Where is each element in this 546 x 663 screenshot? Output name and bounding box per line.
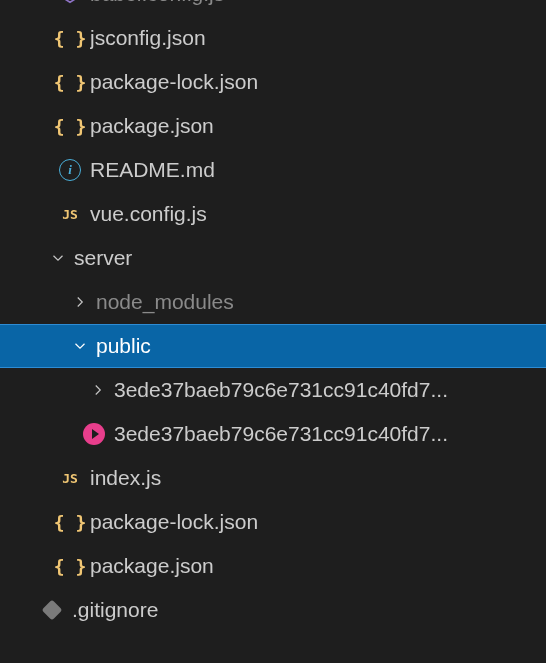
- tree-item[interactable]: i README.md: [0, 148, 546, 192]
- tree-item-label: 3ede37baeb79c6e731cc91c40fd7...: [114, 422, 448, 446]
- tree-folder[interactable]: node_modules: [0, 280, 546, 324]
- tree-item-label: node_modules: [96, 290, 234, 314]
- js-icon: JS: [56, 200, 84, 228]
- tree-item-label: public: [96, 334, 151, 358]
- tree-item[interactable]: 3ede37baeb79c6e731cc91c40fd7...: [0, 412, 546, 456]
- tree-item[interactable]: { } package.json: [0, 104, 546, 148]
- chevron-right-icon: [70, 292, 90, 312]
- chevron-down-icon: [70, 336, 90, 356]
- tree-item-label: .gitignore: [72, 598, 158, 622]
- tree-item-label: package-lock.json: [90, 510, 258, 534]
- tree-folder[interactable]: server: [0, 236, 546, 280]
- tree-item[interactable]: { } package-lock.json: [0, 500, 546, 544]
- play-icon: [80, 420, 108, 448]
- file-explorer-tree: babel.config.js { } jsconfig.json { } pa…: [0, 0, 546, 632]
- tree-folder[interactable]: 3ede37baeb79c6e731cc91c40fd7...: [0, 368, 546, 412]
- json-braces-icon: { }: [56, 112, 84, 140]
- tree-item-label: package-lock.json: [90, 70, 258, 94]
- tree-item[interactable]: babel.config.js: [0, 0, 546, 16]
- tree-item-label: vue.config.js: [90, 202, 207, 226]
- info-icon: i: [56, 156, 84, 184]
- tree-item[interactable]: .gitignore: [0, 588, 546, 632]
- tree-item-label: babel.config.js: [90, 0, 224, 6]
- tree-item[interactable]: { } package.json: [0, 544, 546, 588]
- tree-item-label: jsconfig.json: [90, 26, 206, 50]
- tree-item-label: package.json: [90, 554, 214, 578]
- chevron-right-icon: [88, 380, 108, 400]
- js-icon: JS: [56, 464, 84, 492]
- tree-item-label: server: [74, 246, 132, 270]
- svg-marker-0: [63, 0, 78, 2]
- json-braces-icon: { }: [56, 508, 84, 536]
- chevron-down-icon: [48, 248, 68, 268]
- json-braces-icon: { }: [56, 24, 84, 52]
- tree-folder-selected[interactable]: public: [0, 324, 546, 368]
- eslint-icon: [56, 0, 84, 8]
- tree-item[interactable]: JS vue.config.js: [0, 192, 546, 236]
- json-braces-icon: { }: [56, 552, 84, 580]
- tree-item-label: 3ede37baeb79c6e731cc91c40fd7...: [114, 378, 448, 402]
- json-braces-icon: { }: [56, 68, 84, 96]
- tree-item[interactable]: JS index.js: [0, 456, 546, 500]
- tree-item[interactable]: { } package-lock.json: [0, 60, 546, 104]
- svg-rect-2: [42, 600, 63, 621]
- tree-item-label: README.md: [90, 158, 215, 182]
- tree-item-label: index.js: [90, 466, 161, 490]
- gitignore-icon: [38, 596, 66, 624]
- tree-item[interactable]: { } jsconfig.json: [0, 16, 546, 60]
- tree-item-label: package.json: [90, 114, 214, 138]
